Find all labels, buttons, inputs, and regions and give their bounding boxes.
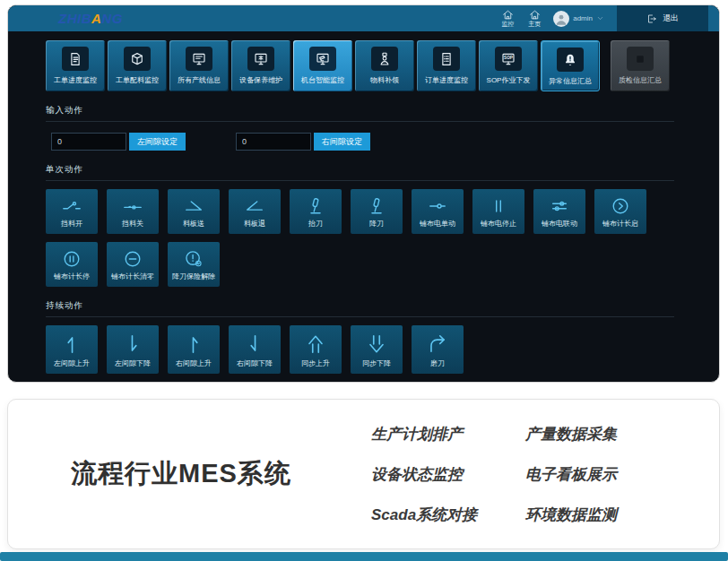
nav-item-0[interactable]: 监控 [501, 9, 514, 28]
action-label: 同步下降 [362, 358, 391, 368]
module-tile-8[interactable]: 异常信息汇总 [541, 40, 600, 91]
module-label: 机台智能监控 [301, 75, 344, 85]
gap-set-button-0[interactable]: 左间隙设定 [129, 133, 186, 151]
user-menu[interactable]: admin [553, 11, 604, 27]
module-tile-4[interactable]: 机台智能监控 [293, 40, 352, 91]
module-tile-7[interactable]: SOPSOP作业下发 [479, 40, 538, 91]
input-section-title: 输入动作 [46, 105, 719, 117]
action-tile-circle-play-9[interactable]: 铺布计长启 [594, 189, 646, 234]
divider [46, 316, 674, 317]
module-tile-3[interactable]: 设备保养维护 [231, 40, 290, 91]
module-label: 所有产线信息 [178, 75, 221, 85]
action-label: 同步上升 [301, 358, 330, 368]
module-label: 工单配料监控 [116, 75, 159, 85]
action-label: 铺布计长启 [602, 219, 638, 229]
action-label: 磨刀 [430, 358, 445, 368]
action-label: 铺布电联动 [542, 219, 577, 229]
circle-minus-icon [121, 246, 144, 272]
action-tile-circle-minus-11[interactable]: 铺布计长清零 [107, 242, 159, 287]
chevron-down-icon [596, 14, 604, 22]
action-tile-pause-7[interactable]: 铺布电停止 [472, 189, 524, 234]
action-tile-switch-closed-1[interactable]: 挡料关 [107, 189, 159, 234]
module-tile-1[interactable]: 工单配料监控 [108, 40, 167, 91]
box-icon [129, 51, 145, 67]
gap-value-input-0[interactable] [51, 133, 126, 151]
module-label: 订单进度监控 [425, 75, 468, 85]
input-groups: 左间隙设定右间隙设定 [51, 133, 719, 151]
input-group-0: 左间隙设定 [51, 133, 186, 151]
logout-button[interactable]: 退出 [617, 5, 708, 31]
action-label: 料板退 [244, 219, 265, 229]
action-label: 左间隙上升 [54, 358, 90, 368]
action-tile-arrow-up-left-0[interactable]: 左间隙上升 [46, 325, 98, 374]
angle-right-icon [182, 193, 205, 219]
action-label: 左间隙下降 [115, 358, 151, 368]
person-box-icon [377, 51, 393, 67]
divider [46, 121, 674, 122]
logout-icon [646, 13, 657, 24]
action-tile-arrow-up-right-2[interactable]: 右间隙上升 [168, 325, 220, 374]
module-label: 物料补领 [370, 75, 399, 85]
module-label: 异常信息汇总 [549, 76, 592, 86]
action-tile-double-up-4[interactable]: 同步上升 [290, 325, 342, 374]
avatar [553, 11, 569, 27]
action-tile-angle-left-3[interactable]: 料板退 [229, 189, 281, 234]
curve-right-icon [426, 329, 449, 358]
feature-item: 环境数据监测 [525, 505, 617, 525]
brand-logo: ZHIBANG [58, 11, 123, 26]
module-tile-2[interactable]: 所有产线信息 [169, 40, 229, 91]
blade-icon [304, 193, 327, 219]
action-label: 挡料关 [122, 219, 143, 229]
action-tile-circle-alert-12[interactable]: 降刀保险解除 [168, 242, 220, 287]
monitor-wrench-icon [253, 51, 269, 67]
arrow-down-left-icon [121, 329, 144, 358]
action-label: 铺布计长停 [54, 272, 90, 281]
circle-pause-icon [60, 246, 83, 272]
arrow-up-right-icon [182, 329, 205, 358]
action-label: 铺布电单动 [420, 219, 455, 229]
action-tile-angle-right-2[interactable]: 料板送 [168, 189, 220, 234]
double-up-icon [304, 329, 327, 358]
module-tile-6[interactable]: 订单进度监控 [417, 40, 476, 91]
action-tile-double-down-5[interactable]: 同步下降 [351, 325, 403, 374]
action-tile-blade-5[interactable]: 降刀 [351, 189, 403, 234]
action-tile-switch-open-0[interactable]: 挡料开 [46, 189, 98, 234]
action-label: 料板送 [183, 219, 204, 229]
input-group-1: 右间隙设定 [236, 133, 370, 151]
switch-closed-icon [121, 193, 144, 219]
single-section-title: 单次动作 [46, 164, 719, 176]
nav-label: 监控 [501, 21, 514, 28]
action-label: 降刀保险解除 [172, 272, 215, 281]
nav-label: 主页 [528, 21, 541, 28]
module-tile-0[interactable]: 工单进度监控 [46, 40, 105, 91]
arrow-up-left-icon [60, 329, 83, 358]
switch-open-icon [60, 193, 83, 219]
nav-item-1[interactable]: 主页 [528, 9, 541, 28]
action-tile-arrow-down-left-1[interactable]: 左间隙下降 [107, 325, 159, 374]
feature-item: 电子看板展示 [525, 464, 617, 485]
action-tile-jog-6[interactable]: 铺布电单动 [412, 189, 464, 234]
app-header: ZHIBANG 监控主页 admin 退出 [8, 5, 719, 31]
monitor-cam-icon [315, 51, 331, 67]
module-tile-9[interactable]: 质检信息汇总 [611, 40, 670, 91]
gap-value-input-1[interactable] [236, 133, 311, 151]
divider [46, 180, 674, 181]
gap-set-button-1[interactable]: 右间隙设定 [314, 133, 370, 151]
blank-square-icon [632, 51, 648, 67]
action-tile-blade-4[interactable]: 抬刀 [290, 189, 342, 234]
action-tile-sliders-8[interactable]: 铺布电联动 [533, 189, 585, 234]
footer-card: 流程行业MES系统 生产计划排产产量数据采集设备状态监控电子看板展示Scada系… [7, 399, 720, 549]
doc-icon [67, 51, 83, 67]
feature-item: 生产计划排产 [371, 424, 525, 444]
action-tile-arrow-down-right-3[interactable]: 右间隙下降 [229, 325, 281, 374]
module-tile-5[interactable]: 物料补领 [355, 40, 414, 91]
module-label: SOP作业下发 [487, 75, 531, 85]
arrow-down-right-icon [243, 329, 266, 358]
action-label: 降刀 [369, 219, 384, 229]
single-action-tiles: 挡料开挡料关料板送料板退抬刀降刀铺布电单动铺布电停止铺布电联动铺布计长启铺布计长… [46, 189, 654, 287]
action-label: 右间隙下降 [237, 358, 273, 368]
action-tile-circle-pause-10[interactable]: 铺布计长停 [46, 242, 98, 287]
feature-list: 生产计划排产产量数据采集设备状态监控电子看板展示Scada系统对接环境数据监测 [371, 424, 617, 525]
action-tile-curve-right-6[interactable]: 磨刀 [412, 325, 464, 374]
feature-item: 产量数据采集 [525, 424, 617, 444]
